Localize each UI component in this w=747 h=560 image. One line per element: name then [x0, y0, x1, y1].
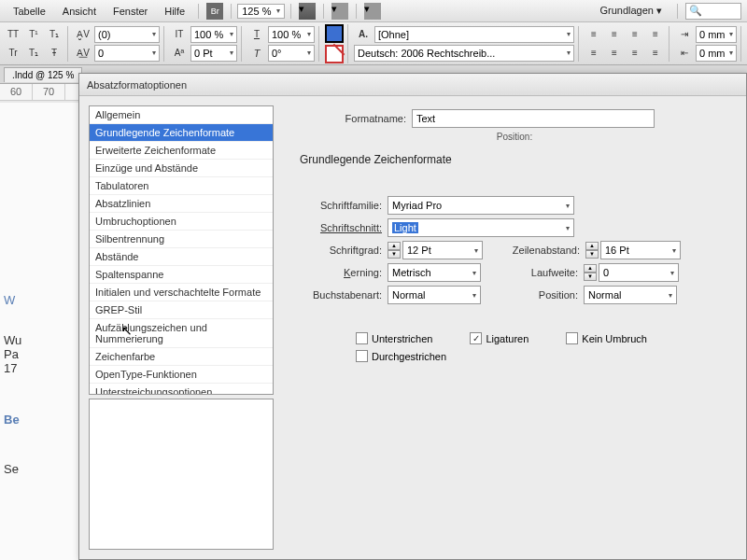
- leading-stepper[interactable]: ▲▼: [585, 242, 599, 259]
- fontsize-stepper[interactable]: ▲▼: [388, 242, 401, 259]
- category-item[interactable]: Einzüge und Abstände: [90, 160, 273, 177]
- justify-right-button[interactable]: ≡: [626, 45, 644, 62]
- underline-button[interactable]: T₁: [24, 45, 43, 62]
- align-left-button[interactable]: ≡: [585, 26, 603, 43]
- tracking-combo[interactable]: 0: [94, 45, 160, 62]
- leading-label: Zeilenabstand:: [483, 245, 585, 256]
- kerning-icon: A̮V: [74, 26, 92, 43]
- view-options-icon[interactable]: ▾: [299, 3, 316, 20]
- fill-icon[interactable]: [325, 24, 344, 43]
- charstyle-icon: A.: [354, 26, 373, 43]
- position-dd-label: Position:: [481, 289, 584, 301]
- bridge-icon[interactable]: Br: [206, 3, 223, 20]
- category-item[interactable]: Erweiterte Zeichenformate: [90, 142, 273, 160]
- category-item[interactable]: GREP-Stil: [90, 301, 273, 319]
- tracking-label: Laufweite:: [481, 267, 584, 278]
- case-combo[interactable]: Normal: [388, 286, 481, 304]
- case-label: Buchstabenart:: [300, 289, 388, 301]
- strikethrough-checkbox[interactable]: Durchgestrichen: [356, 350, 446, 362]
- fontsize-combo[interactable]: 12 Pt: [402, 241, 483, 259]
- document-canvas: W Wu Pa 17 Be Se: [0, 103, 84, 560]
- menubar: Tabelle Ansicht Fenster Hilfe Br 125 % ▾…: [0, 0, 747, 22]
- subscript-button[interactable]: T₁: [45, 26, 63, 43]
- superscript-button[interactable]: T¹: [24, 26, 43, 43]
- category-item[interactable]: Allgemein: [90, 106, 273, 124]
- workspace-switcher[interactable]: Grundlagen ▾: [592, 2, 669, 20]
- indent-left-combo[interactable]: 0 mm: [696, 26, 737, 43]
- fontfamily-label: Schriftfamilie:: [300, 200, 388, 211]
- fontstyle-label: Schriftschnitt:: [300, 222, 388, 233]
- doc-tab[interactable]: .Indd @ 125 %: [4, 67, 82, 82]
- allcaps-button[interactable]: TT: [4, 26, 22, 43]
- vscale-icon: IT: [170, 26, 189, 43]
- indent-left-icon: ⇥: [675, 26, 694, 43]
- smallcaps-button[interactable]: Tr: [4, 45, 22, 62]
- tracking-icon: A͟V: [74, 45, 92, 62]
- category-item[interactable]: Aufzählungszeichen und Nummerierung: [90, 319, 273, 348]
- category-item[interactable]: OpenType-Funktionen: [90, 366, 273, 384]
- category-item[interactable]: Abstände: [90, 248, 273, 266]
- indent-right-combo[interactable]: 0 mm: [696, 45, 737, 62]
- justify-center-button[interactable]: ≡: [605, 45, 624, 62]
- zoom-level[interactable]: 125 %: [237, 4, 285, 19]
- category-item[interactable]: Umbruchoptionen: [90, 213, 273, 231]
- category-item[interactable]: Absatzlinien: [90, 195, 273, 213]
- category-item[interactable]: Initialen und verschachtelte Formate: [90, 284, 273, 301]
- stroke-icon[interactable]: [325, 45, 344, 63]
- fontstyle-combo[interactable]: Light: [388, 218, 574, 237]
- ligatures-checkbox[interactable]: ✓Ligaturen: [470, 332, 529, 344]
- skew-combo[interactable]: 0°: [268, 45, 315, 62]
- language-combo[interactable]: Deutsch: 2006 Rechtschreib...: [354, 45, 574, 62]
- formatname-label: Formatname:: [300, 113, 412, 124]
- justify-button[interactable]: ≡: [646, 26, 665, 43]
- align-right-button[interactable]: ≡: [626, 26, 644, 43]
- align-center-button[interactable]: ≡: [605, 26, 624, 43]
- formatname-input[interactable]: [412, 109, 655, 128]
- control-panel: TT T¹ T₁ Tr T₁ Ŧ A̮V(0) A͟V0 IT100 % Aª0…: [0, 22, 747, 65]
- dialog-title: Absatzformatoptionen: [79, 74, 746, 96]
- screen-mode-icon[interactable]: ▾: [331, 3, 348, 20]
- position-combo[interactable]: Normal: [584, 286, 677, 304]
- paragraph-style-options-dialog: Absatzformatoptionen AllgemeinGrundlegen…: [78, 73, 747, 560]
- kerning-label: Kerning:: [300, 267, 388, 278]
- section-header: Grundlegende Zeichenformate: [300, 153, 729, 166]
- underline-checkbox[interactable]: Unterstrichen: [356, 332, 432, 344]
- tracking-stepper[interactable]: ▲▼: [584, 264, 597, 281]
- nobreak-checkbox[interactable]: Kein Umbruch: [566, 332, 647, 344]
- baseline-icon: Aª: [170, 45, 189, 62]
- menu-ansicht[interactable]: Ansicht: [55, 3, 104, 20]
- fontfamily-combo[interactable]: Myriad Pro: [388, 196, 574, 215]
- hscale-icon: T: [247, 26, 266, 43]
- justify-all-button[interactable]: ≡: [646, 45, 665, 62]
- menu-tabelle[interactable]: Tabelle: [6, 3, 53, 20]
- category-item[interactable]: Zeichenfarbe: [90, 348, 273, 366]
- preview-box: [89, 399, 274, 550]
- indent-right-icon: ⇤: [675, 45, 694, 62]
- menu-fenster[interactable]: Fenster: [106, 3, 155, 20]
- category-item[interactable]: Unterstreichungsoptionen: [90, 384, 273, 395]
- skew-icon: T: [247, 45, 266, 62]
- position-label: Position:: [300, 132, 729, 142]
- baseline-combo[interactable]: 0 Pt: [190, 45, 237, 62]
- leading-combo[interactable]: 16 Pt: [600, 241, 681, 259]
- strikethrough-button[interactable]: Ŧ: [45, 45, 63, 62]
- kerning-combo[interactable]: Metrisch: [388, 263, 481, 282]
- charstyle-combo[interactable]: [Ohne]: [374, 26, 574, 43]
- arrange-icon[interactable]: ▾: [364, 3, 381, 20]
- category-item[interactable]: Silbentrennung: [90, 231, 273, 248]
- tracking-combo-dlg[interactable]: 0: [599, 263, 679, 282]
- category-item[interactable]: Tabulatoren: [90, 177, 273, 195]
- hscale-combo[interactable]: 100 %: [268, 26, 315, 43]
- menu-hilfe[interactable]: Hilfe: [157, 3, 192, 20]
- category-item[interactable]: Grundlegende Zeichenformate: [90, 124, 273, 142]
- category-item[interactable]: Spaltenspanne: [90, 266, 273, 284]
- justify-left-button[interactable]: ≡: [585, 45, 603, 62]
- category-list[interactable]: AllgemeinGrundlegende ZeichenformateErwe…: [89, 105, 274, 395]
- search-icon: 🔍: [689, 5, 702, 17]
- vscale-combo[interactable]: 100 %: [190, 26, 237, 43]
- kerning-combo[interactable]: (0): [94, 26, 160, 43]
- search-input[interactable]: 🔍: [685, 3, 741, 20]
- fontsize-label: Schriftgrad:: [300, 245, 388, 256]
